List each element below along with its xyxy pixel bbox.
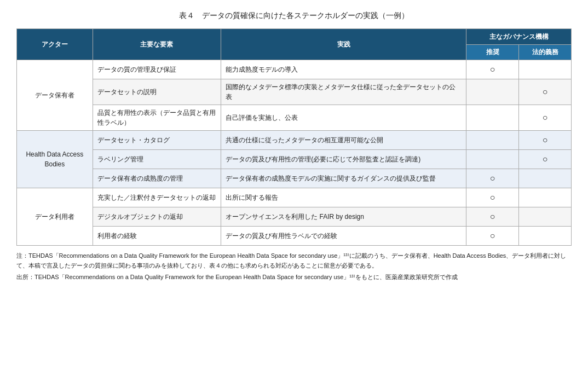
element-cell: データセットの説明 — [93, 79, 221, 105]
practice-cell: オープンサイエンスを利用した FAIR by design — [221, 207, 466, 227]
legal-cell: ○ — [519, 79, 572, 105]
actor-cell: データ保有者 — [17, 60, 93, 131]
recommend-cell: ○ — [466, 227, 519, 246]
recommend-cell — [466, 105, 519, 131]
element-cell: データセット・カタログ — [93, 131, 221, 150]
source: 出所：TEHDAS「Recommendations on a Data Qual… — [16, 273, 572, 282]
practice-cell: 共通の仕様に従ったメタデータの相互運用可能な公開 — [221, 131, 466, 150]
element-cell: デジタルオブジェクトの返却 — [93, 207, 221, 227]
legal-cell: ○ — [519, 150, 572, 169]
element-cell: ラベリング管理 — [93, 150, 221, 169]
legal-cell — [519, 169, 572, 188]
actor-cell: Health Data Access Bodies — [17, 131, 93, 188]
legal-cell — [519, 60, 572, 79]
recommend-cell — [466, 150, 519, 169]
element-cell: 品質と有用性の表示（データ品質と有用性ラベル） — [93, 105, 221, 131]
element-cell: 利用者の経験 — [93, 227, 221, 246]
practice-cell: 能力成熟度モデルの導入 — [221, 60, 466, 79]
element-cell: 充実した／注釈付きデータセットの返却 — [93, 188, 221, 207]
element-cell: データの質の管理及び保証 — [93, 60, 221, 79]
legal-cell — [519, 207, 572, 227]
practice-cell: データの質及び有用性の管理(必要に応じて外部監査と認証を調達) — [221, 150, 466, 169]
header-practice: 実践 — [221, 29, 466, 60]
page-title: 表４ データの質確保に向けた各ステークホルダーの実践（一例） — [16, 11, 572, 21]
legal-cell — [519, 188, 572, 207]
main-table: アクター 主要な要素 実践 主なガバナンス機構 推奨 法的義務 データ保有者デー… — [16, 28, 572, 246]
actor-cell: データ利用者 — [17, 188, 93, 246]
legal-cell: ○ — [519, 131, 572, 150]
recommend-cell: ○ — [466, 60, 519, 79]
recommend-cell: ○ — [466, 188, 519, 207]
header-recommend: 推奨 — [466, 45, 519, 60]
element-cell: データ保有者の成熟度の管理 — [93, 169, 221, 188]
practice-cell: 国際的なメタデータ標準の実装とメタデータ仕様に従った全データセットの公表 — [221, 79, 466, 105]
header-governance: 主なガバナンス機構 — [466, 29, 572, 45]
header-actor: アクター — [17, 29, 93, 60]
header-legal: 法的義務 — [519, 45, 572, 60]
practice-cell: 自己評価を実施し、公表 — [221, 105, 466, 131]
recommend-cell — [466, 131, 519, 150]
recommend-cell: ○ — [466, 169, 519, 188]
practice-cell: 出所に関する報告 — [221, 188, 466, 207]
legal-cell: ○ — [519, 105, 572, 131]
recommend-cell: ○ — [466, 207, 519, 227]
practice-cell: データ保有者の成熟度モデルの実施に関するガイダンスの提供及び監督 — [221, 169, 466, 188]
recommend-cell — [466, 79, 519, 105]
practice-cell: データの質及び有用性ラベルでの経験 — [221, 227, 466, 246]
legal-cell — [519, 227, 572, 246]
header-element: 主要な要素 — [93, 29, 221, 60]
note: 注：TEHDAS「Recommendations on a Data Quali… — [16, 251, 572, 270]
